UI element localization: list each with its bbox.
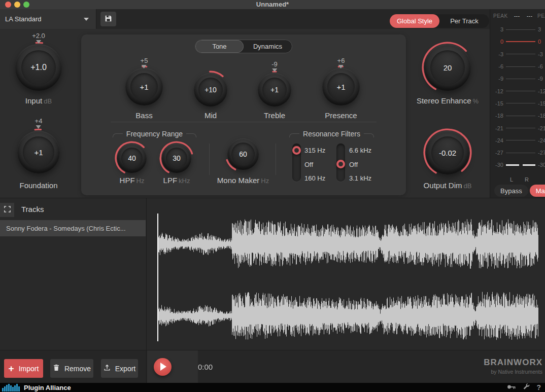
mono-maker-label: Mono MakerHz [217, 176, 269, 185]
slider-knob[interactable] [292, 146, 301, 155]
preset-name: LA Standard [5, 15, 42, 23]
lpf-label: LPFkHz [163, 176, 190, 185]
foundation-label: Foundation [19, 181, 57, 190]
pointer-triangle-icon [272, 68, 277, 72]
left-channel-label: L [507, 176, 516, 183]
res-slider-high[interactable] [336, 144, 345, 182]
peak-hold-right[interactable]: --- [527, 13, 533, 19]
meter-channel-labels: L R [490, 176, 545, 184]
remove-button[interactable]: Remove [50, 359, 93, 378]
meter-level-bars [506, 164, 535, 166]
tone-panel: Tone Dynamics +5 +1 Bass +10 Mid -9 +1 T… [81, 34, 406, 195]
panel-divider [276, 144, 276, 175]
treble-readout: -9 [271, 60, 278, 72]
play-button[interactable] [154, 358, 172, 376]
bass-label: Bass [135, 111, 152, 120]
meter-tick [506, 79, 535, 79]
key-icon[interactable] [507, 383, 516, 392]
wrench-icon[interactable] [523, 383, 530, 392]
meter-row: -6-6 [490, 60, 545, 73]
meter-row: -30-30 [490, 159, 545, 171]
res-low-option[interactable]: 315 Hz [304, 147, 325, 154]
presence-knob[interactable]: +1 [322, 68, 360, 105]
res-high-option[interactable]: Off [349, 161, 358, 168]
meter-row: -24-24 [490, 134, 545, 147]
res-low-option[interactable]: 160 Hz [304, 174, 325, 182]
per-track-button[interactable]: Per Track [439, 14, 489, 28]
bass-readout: +5 [141, 57, 148, 68]
brand-block: BRAINWORX by Native Instruments [484, 358, 542, 375]
meter-tick [506, 116, 535, 116]
input-knob[interactable]: +1.0 [15, 44, 62, 91]
meter-row: -12-12 [490, 85, 545, 97]
titlebar: Unnamed* [0, 0, 545, 9]
resonance-filters-header: Resonance Filters [289, 130, 374, 137]
bypass-button[interactable]: Bypass [494, 185, 528, 197]
main-controls: +2.0 +1.0 InputdB +4 +1 Foundation 20 St… [0, 29, 490, 198]
tracks-panel: Tracks Sonny Fodera - Somedays (Chris Ec… [0, 198, 146, 350]
brand-subtitle: by Native Instruments [484, 369, 542, 375]
res-high-option[interactable]: 3.1 kHz [349, 174, 371, 182]
track-list-item[interactable]: Sonny Fodera - Somedays (Chris Ectic... [0, 220, 146, 236]
meter-row: 33 [490, 23, 545, 35]
tab-dynamics[interactable]: Dynamics [244, 40, 292, 53]
plugin-alliance-label: Plugin Alliance [24, 384, 71, 391]
slider-knob[interactable] [336, 160, 345, 168]
res-low-option[interactable]: Off [304, 161, 313, 168]
treble-label: Treble [264, 111, 285, 120]
tab-tone[interactable]: Tone [195, 40, 244, 53]
res-slider-low[interactable] [292, 144, 301, 182]
stereo-enhance-knob[interactable]: 20 [424, 44, 471, 91]
panel-divider [111, 122, 377, 122]
import-button[interactable]: + Import [4, 359, 43, 378]
footer-bar: Plugin Alliance ? [0, 383, 545, 392]
output-dim-knob[interactable]: -0.02 [426, 131, 469, 174]
meter-row: 00 [490, 35, 545, 48]
mid-label: Mid [205, 111, 217, 120]
plugin-window: Unnamed* LA Standard Global Style Per Tr… [0, 0, 545, 392]
save-icon [104, 14, 113, 24]
stereo-enhance-label: Stereo Enhance% [417, 96, 479, 105]
transport-bar: + Import Remove Export 0:00 BRAINWORX by… [0, 350, 545, 383]
tone-dynamics-toggle: Tone Dynamics [195, 40, 292, 53]
meter-tick [506, 29, 535, 30]
pointer-triangle-icon [338, 65, 344, 68]
master-button[interactable]: Master [530, 185, 545, 197]
plugin-alliance-logo-icon [2, 384, 20, 391]
meter-row: -27-27 [490, 147, 545, 159]
meter-tick [506, 103, 535, 103]
foundation-knob[interactable]: +1 [17, 131, 60, 173]
waveform-display[interactable] [146, 198, 545, 350]
meter-tick [506, 66, 535, 67]
tracks-title: Tracks [21, 205, 44, 213]
hpf-knob[interactable]: 40 [117, 144, 147, 173]
meter-row: -9-9 [490, 73, 545, 85]
presence-readout: +6 [337, 57, 345, 68]
global-style-button[interactable]: Global Style [390, 14, 439, 28]
meter-tick [506, 91, 535, 91]
right-channel-label: R [523, 176, 531, 183]
mid-knob[interactable]: +10 [194, 73, 227, 106]
save-preset-button[interactable] [100, 12, 116, 26]
play-panel [147, 350, 198, 383]
play-icon [160, 363, 166, 371]
mono-maker-knob[interactable]: 60 [227, 138, 259, 170]
input-label: InputdB [25, 96, 52, 105]
meter-tick [506, 41, 535, 42]
meter-row: -15-15 [490, 97, 545, 110]
preset-dropdown[interactable]: LA Standard [0, 9, 96, 29]
help-icon[interactable]: ? [536, 383, 541, 391]
lpf-knob[interactable]: 30 [162, 144, 191, 173]
bypass-master-toggle: Bypass Master [494, 185, 545, 197]
pointer-triangle-icon [36, 125, 41, 129]
playhead[interactable] [157, 213, 158, 341]
expand-tracks-button[interactable] [0, 203, 14, 217]
chevron-down-icon [84, 18, 89, 21]
peak-hold-left[interactable]: --- [514, 13, 520, 19]
hpf-label: HPFHz [120, 176, 145, 185]
res-high-option[interactable]: 6.6 kHz [349, 147, 371, 154]
treble-knob[interactable]: +1 [258, 73, 291, 106]
meter-tick [506, 54, 535, 54]
export-button[interactable]: Export [101, 359, 138, 378]
bass-knob[interactable]: +1 [125, 68, 163, 105]
